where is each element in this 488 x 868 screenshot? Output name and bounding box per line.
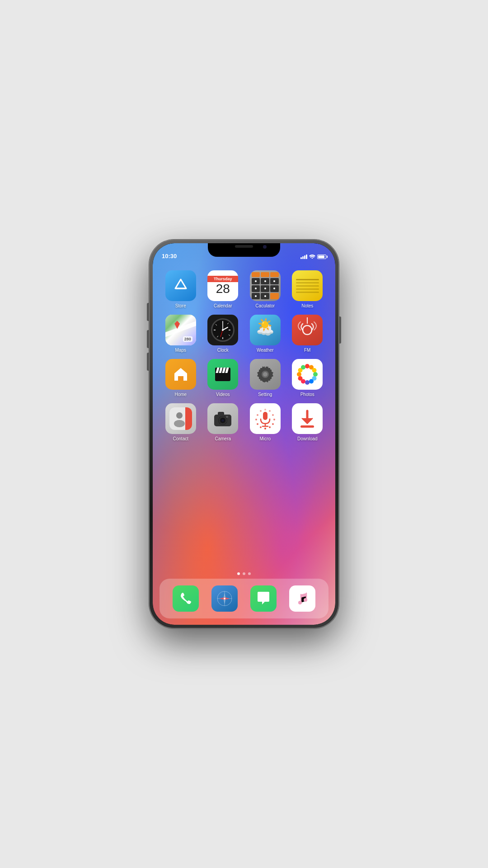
svg-line-13 bbox=[221, 330, 223, 337]
svg-line-10 bbox=[216, 324, 217, 326]
app-home-label: Home bbox=[174, 392, 187, 397]
svg-point-54 bbox=[260, 410, 262, 412]
app-notes[interactable]: Notes bbox=[289, 270, 327, 308]
svg-point-48 bbox=[269, 426, 271, 428]
svg-point-28 bbox=[297, 372, 301, 377]
svg-point-15 bbox=[303, 326, 312, 335]
app-store[interactable]: Store bbox=[162, 270, 200, 308]
app-setting[interactable]: Setting bbox=[246, 359, 284, 397]
svg-point-14 bbox=[222, 329, 224, 331]
app-store-label: Store bbox=[175, 303, 186, 308]
app-photos-label: Photos bbox=[300, 392, 314, 397]
svg-line-7 bbox=[227, 323, 229, 324]
phone-device: 10:30 bbox=[149, 240, 339, 628]
notch bbox=[208, 243, 280, 257]
dock-messages[interactable] bbox=[250, 585, 277, 612]
app-maps[interactable]: 280 Maps bbox=[162, 315, 200, 353]
svg-point-46 bbox=[273, 419, 275, 420]
svg-rect-42 bbox=[226, 416, 228, 418]
dock-safari[interactable] bbox=[211, 585, 238, 612]
svg-point-41 bbox=[221, 419, 224, 422]
page-indicator bbox=[237, 572, 251, 575]
app-notes-label: Notes bbox=[301, 303, 313, 308]
svg-point-19 bbox=[305, 364, 310, 368]
app-fm[interactable]: FM bbox=[289, 315, 327, 353]
app-fm-label: FM bbox=[304, 348, 310, 353]
app-videos-label: Videos bbox=[216, 392, 230, 397]
dock bbox=[160, 579, 328, 618]
svg-point-47 bbox=[272, 423, 274, 425]
svg-point-34 bbox=[176, 412, 183, 419]
dock-phone[interactable] bbox=[173, 585, 199, 612]
svg-point-24 bbox=[309, 379, 314, 384]
svg-point-45 bbox=[272, 414, 274, 416]
battery-icon bbox=[317, 255, 326, 259]
app-calculator-label: Caculator bbox=[255, 303, 275, 308]
dock-music[interactable] bbox=[289, 585, 315, 612]
app-download[interactable]: Download bbox=[289, 403, 327, 441]
app-micro[interactable]: Micro bbox=[246, 403, 284, 441]
app-weather-label: Weather bbox=[257, 348, 274, 353]
app-weather[interactable]: ☀️ ☁️ Weather bbox=[246, 315, 284, 353]
app-micro-label: Micro bbox=[260, 436, 271, 441]
svg-point-35 bbox=[174, 420, 185, 427]
app-calendar-label: Calendar bbox=[214, 303, 232, 308]
app-videos[interactable]: Videos bbox=[204, 359, 242, 397]
svg-point-51 bbox=[257, 423, 258, 425]
app-calendar[interactable]: Thursday 28 Calendar bbox=[204, 270, 242, 308]
app-grid: Store Thursday 28 Calendar bbox=[153, 266, 335, 446]
svg-rect-55 bbox=[263, 412, 267, 420]
svg-point-68 bbox=[304, 598, 307, 602]
svg-point-27 bbox=[298, 376, 303, 381]
phone-screen-bezel: 10:30 bbox=[153, 243, 335, 625]
svg-point-67 bbox=[298, 601, 302, 604]
app-download-label: Download bbox=[297, 436, 317, 441]
app-photos[interactable]: Photos bbox=[289, 359, 327, 397]
svg-point-64 bbox=[224, 598, 225, 599]
svg-point-30 bbox=[301, 365, 305, 370]
app-maps-label: Maps bbox=[175, 348, 186, 353]
svg-point-52 bbox=[255, 419, 257, 420]
wifi-icon bbox=[309, 254, 315, 259]
svg-rect-16 bbox=[178, 376, 183, 381]
calendar-day: 28 bbox=[216, 282, 230, 296]
svg-point-21 bbox=[312, 368, 317, 373]
status-icons bbox=[300, 254, 326, 259]
app-clock-label: Clock bbox=[217, 348, 229, 353]
svg-rect-58 bbox=[300, 425, 314, 428]
svg-line-9 bbox=[217, 336, 218, 337]
svg-point-49 bbox=[264, 428, 266, 429]
app-camera[interactable]: Camera bbox=[204, 403, 242, 441]
svg-point-18 bbox=[263, 372, 267, 377]
svg-point-53 bbox=[257, 414, 258, 416]
svg-rect-32 bbox=[185, 407, 192, 430]
calendar-month: Thursday bbox=[207, 276, 238, 282]
svg-point-25 bbox=[305, 380, 310, 385]
svg-rect-37 bbox=[218, 412, 224, 415]
svg-line-8 bbox=[229, 335, 230, 336]
signal-icon bbox=[300, 255, 307, 259]
status-time: 10:30 bbox=[162, 253, 177, 259]
svg-point-50 bbox=[260, 426, 262, 428]
svg-point-43 bbox=[264, 409, 266, 410]
app-clock[interactable]: Clock bbox=[204, 315, 242, 353]
app-contact-label: Contact bbox=[173, 436, 188, 441]
app-home[interactable]: Home bbox=[162, 359, 200, 397]
app-setting-label: Setting bbox=[258, 392, 272, 397]
app-calculator[interactable]: Caculator bbox=[246, 270, 284, 308]
svg-point-44 bbox=[269, 410, 271, 412]
app-camera-label: Camera bbox=[215, 436, 231, 441]
app-contact[interactable]: Contact bbox=[162, 403, 200, 441]
home-screen: 10:30 bbox=[153, 243, 335, 625]
svg-point-22 bbox=[313, 372, 318, 377]
